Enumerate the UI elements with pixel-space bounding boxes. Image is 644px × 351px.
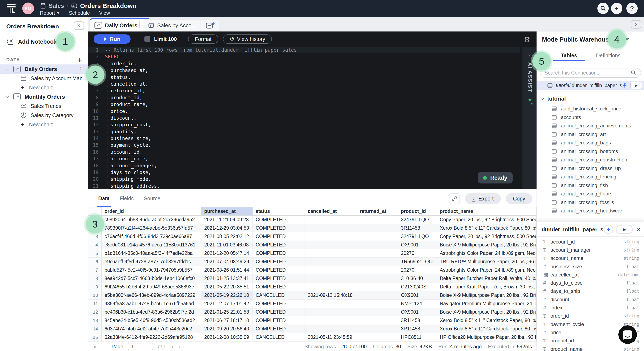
table-cell[interactable]: 324791-LQO — [398, 216, 437, 224]
table-cell[interactable]: COMPLETED — [253, 283, 305, 291]
table-cell[interactable]: OX9001 — [398, 308, 437, 316]
table-cell[interactable]: 845abe24-b5e5-46f8-96d5-c530cb536ad2 — [102, 316, 201, 324]
code-line[interactable]: 1-- Returns first 100 rows from tutorial… — [88, 46, 520, 53]
first-page-icon[interactable]: « — [94, 344, 96, 350]
table-cell[interactable]: COMPLETED — [253, 325, 305, 333]
sidebar-item-sales-by-account-manager[interactable]: Sales by Account Man... — [0, 74, 88, 83]
code-line[interactable]: 11discount, — [88, 114, 520, 121]
table-list-item[interactable]: animal_crossing_floors — [537, 190, 644, 198]
field-row[interactable]: #indexfloat — [537, 304, 644, 312]
field-row[interactable]: Taccount_idstring — [537, 238, 644, 246]
sidebar-item-daily-orders[interactable]: -* Daily Orders ⋮ — [0, 64, 88, 74]
run-table-preview-button[interactable]: ▶ — [630, 82, 642, 89]
table-cell[interactable]: Copy Paper, 20 lbs., 92 Brightness, 500 … — [437, 232, 536, 240]
table-list-item[interactable]: animal_crossing_achievements — [537, 122, 644, 130]
field-row[interactable]: Torder_idstring — [537, 312, 644, 320]
table-cell[interactable] — [305, 266, 357, 274]
table-cell[interactable]: 8ea942d7-5cc7-4663-b0de-1eb41066efc0 — [102, 274, 201, 282]
table-cell[interactable] — [357, 249, 398, 257]
column-header[interactable]: order_id — [102, 208, 201, 215]
field-row[interactable]: cancelled_atdatetime — [537, 270, 644, 279]
view-history-button[interactable]: ↺ View history — [223, 34, 272, 44]
table-cell[interactable]: 2021-08-05 22:02:12 — [201, 232, 253, 240]
table-list-item[interactable]: animal_crossing_fossils — [537, 198, 644, 207]
table-cell[interactable]: 2021-11-21 04:09:28 — [201, 216, 253, 224]
editor-settings-gear-icon[interactable]: ⚙ — [524, 35, 530, 44]
table-cell[interactable]: 6d374f74-f4ab-4ef2-ab4c-7d0b443c20c2 — [102, 325, 201, 333]
table-cell[interactable] — [357, 308, 398, 316]
schema-tutorial[interactable]: tutorial — [541, 94, 566, 103]
table-cell[interactable]: 2021-05-19 22:26:10 — [201, 291, 253, 299]
table-list-item[interactable]: animal_crossing_construction — [537, 156, 644, 164]
table-cell[interactable]: c76acf4f-466d-4f06-84d3-739c0ae66a87 — [102, 232, 201, 240]
table-cell[interactable]: CANCELLED — [253, 291, 305, 299]
table-cell[interactable]: 2021-09-20 20:56:40 — [201, 325, 253, 333]
table-cell[interactable] — [305, 283, 357, 291]
table-cell[interactable] — [357, 258, 398, 266]
table-cell[interactable]: Astrobrights Color Paper, 24 lb./89 gsm,… — [437, 266, 536, 274]
code-line[interactable]: 16account_id, — [88, 149, 520, 155]
add-chart-tab-button[interactable]: + — [200, 19, 219, 32]
column-header[interactable]: product_id — [398, 208, 437, 215]
table-cell[interactable]: 310-36-40 — [398, 274, 437, 282]
new-chart-button[interactable]: + New chart — [0, 120, 88, 129]
table-list-item[interactable]: animal_crossing_headwear — [537, 206, 644, 215]
copy-button[interactable]: Copy — [506, 193, 532, 204]
table-cell[interactable]: Boise X-9 Multipurpose Paper, 20 lbs., 9… — [437, 241, 536, 249]
table-cell[interactable]: e5ba300f-ae66-43eb-899d-4c4ae5897229 — [102, 291, 201, 299]
collapse-sidebar-button[interactable] — [74, 22, 84, 30]
row-number[interactable]: 12 — [88, 308, 102, 316]
menu-report[interactable]: Report — [40, 10, 60, 16]
code-line[interactable]: 9product_name, — [88, 101, 520, 108]
table-cell[interactable]: CANCELLED — [253, 333, 305, 341]
column-header[interactable]: status — [253, 208, 305, 215]
format-button[interactable]: Format — [188, 34, 218, 44]
page-number-input[interactable]: 1 — [128, 343, 153, 350]
table-cell[interactable]: 2021-12-29 03:04:59 — [201, 224, 253, 232]
table-cell[interactable]: 2021-05-22 20:35:51 — [201, 283, 253, 291]
table-cell[interactable]: 2021-12-07 17:01:42 — [201, 300, 253, 308]
next-page-icon[interactable]: › — [172, 344, 174, 350]
table-cell[interactable]: OX9001 — [398, 291, 437, 299]
sidebar-item-monthly-orders[interactable]: -* Monthly Orders — [0, 92, 88, 102]
table-cell[interactable]: Xerox Bold 8.5" x 11" Cardstock Paper, 8… — [437, 325, 536, 333]
field-row[interactable]: Taccount_managerstring — [537, 246, 644, 254]
table-cell[interactable] — [357, 316, 398, 324]
table-cell[interactable]: COMPLETED — [253, 266, 305, 274]
field-row[interactable]: #business_sizefloat — [537, 262, 644, 270]
pin-icon[interactable] — [622, 83, 628, 88]
code-line[interactable]: 18account_manager, — [88, 162, 520, 169]
table-cell[interactable]: 2021-07-04 08:49:29 — [201, 258, 253, 266]
table-cell[interactable]: 2021-11-01 03:46:08 — [201, 241, 253, 249]
tab-definitions[interactable]: Definitions — [596, 50, 620, 61]
table-cell[interactable]: Delta Paper Kraft Paper Roll, Brown, 30 … — [437, 283, 536, 291]
field-row[interactable]: #discountfloat — [537, 295, 644, 304]
code-line[interactable]: 20shipping_mode, — [88, 176, 520, 182]
table-cell[interactable]: 2021-12-20 05:47:14 — [201, 249, 253, 257]
table-cell[interactable] — [357, 333, 398, 341]
code-line[interactable]: 13quantity, — [88, 128, 520, 135]
field-row[interactable]: #days_to_shipfloat — [537, 287, 644, 295]
code-line[interactable]: 8product_id, — [88, 94, 520, 101]
field-row[interactable]: #days_to_closefloat — [537, 279, 644, 287]
table-cell[interactable]: 324791-LQO — [398, 232, 437, 240]
table-cell[interactable]: HPC8511 — [398, 333, 437, 341]
table-cell[interactable]: c9892064-6b53-46dd-a0bf-2c7296cda952 — [102, 216, 201, 224]
code-line[interactable]: 2SELECT — [88, 53, 520, 60]
table-cell[interactable]: C2130240ST — [398, 283, 437, 291]
table-cell[interactable]: HP Office20 Multipurpose Paper, 20 lbs.,… — [437, 333, 536, 341]
breadcrumb-workspace[interactable]: Sales — [49, 2, 64, 9]
tab-fields[interactable]: Fields — [120, 189, 134, 208]
table-cell[interactable] — [357, 241, 398, 249]
table-cell[interactable]: TR56962-LQO — [398, 258, 437, 266]
row-number[interactable]: 14 — [88, 325, 102, 333]
table-list-item[interactable]: animal_crossing_dress_up — [537, 164, 644, 173]
table-cell[interactable] — [305, 258, 357, 266]
table-cell[interactable] — [357, 291, 398, 299]
table-cell[interactable]: 2021-09-12 15:48:18 — [305, 291, 357, 299]
table-cell[interactable]: babfd527-f5e2-40f5-9c91-794705a9b557 — [102, 266, 201, 274]
row-number[interactable]: 10 — [88, 291, 102, 299]
menu-schedule[interactable]: Schedule — [69, 10, 90, 16]
sidebar-item-sales-trends[interactable]: Sales Trends — [0, 102, 88, 111]
row-number[interactable]: 15 — [88, 333, 102, 341]
